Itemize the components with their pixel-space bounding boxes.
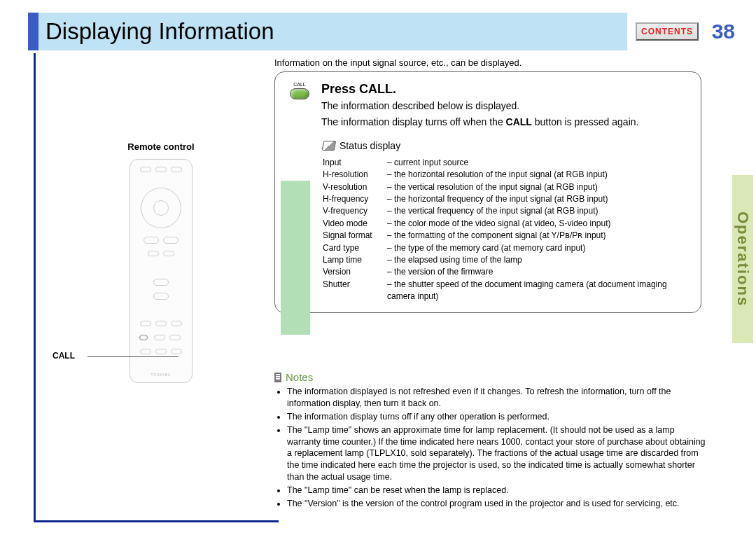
status-value: – the version of the firmware — [387, 266, 692, 278]
note-item: The information display turns off if any… — [287, 411, 708, 423]
status-row: Version– the version of the firmware — [323, 266, 692, 278]
status-value: – the elapsed using time of the lamp — [387, 254, 692, 266]
status-value: – the vertical resolution of the input s… — [387, 181, 692, 193]
page-number: 38 — [707, 20, 735, 43]
note-item: The "Version" is the version of the cont… — [287, 498, 708, 510]
intro-text: Information on the input signal source, … — [274, 57, 522, 68]
status-value: – current input source — [387, 157, 692, 169]
status-value: – the formatting of the component signal… — [387, 230, 692, 242]
instruction-panel: CALL Press CALL. The information describ… — [274, 71, 701, 313]
status-display-label: Status display — [340, 140, 400, 151]
status-value: – the color mode of the video signal (at… — [387, 218, 692, 230]
status-row: Signal format– the formatting of the com… — [323, 230, 692, 242]
status-key: V-frequency — [323, 205, 387, 217]
status-key: Lamp time — [323, 254, 387, 266]
status-table: Input– current input sourceH-resolution–… — [323, 157, 692, 303]
status-row: Lamp time– the elapsed using time of the… — [323, 254, 692, 266]
status-value: – the horizontal resolution of the input… — [387, 169, 692, 181]
contents-button[interactable]: CONTENTS — [636, 22, 699, 41]
status-display-row: Status display — [323, 140, 692, 151]
panel-accent — [281, 181, 310, 335]
note-item: The "Lamp time" shows an approximate tim… — [287, 424, 708, 483]
status-key: Card type — [323, 242, 387, 254]
status-row: Card type– the type of the memory card (… — [323, 242, 692, 254]
status-row: V-frequency– the vertical frequency of t… — [323, 205, 692, 217]
status-value: – the horizontal frequency of the input … — [387, 193, 692, 205]
status-value: – the vertical frequency of the input si… — [387, 205, 692, 217]
status-row: V-resolution– the vertical resolution of… — [323, 181, 692, 193]
call-button-graphic: CALL — [284, 82, 316, 99]
call-icon — [290, 88, 309, 99]
remote-logo: TOSHIBA — [151, 373, 172, 377]
notes-heading-row: Notes — [274, 371, 708, 383]
dpad-icon — [141, 188, 181, 228]
status-key: H-frequency — [323, 193, 387, 205]
panel-desc-1: The information described below is displ… — [321, 99, 692, 113]
status-value: – the type of the memory card (at memory… — [387, 242, 692, 254]
title-box: Displaying Information — [38, 13, 627, 50]
status-key: Signal format — [323, 230, 387, 242]
status-row: H-resolution– the horizontal resolution … — [323, 169, 692, 181]
status-row: Shutter– the shutter speed of the docume… — [323, 279, 692, 303]
call-icon-label: CALL — [293, 82, 306, 87]
notes-heading: Notes — [286, 371, 313, 383]
panel-desc-2: The information display turns off when t… — [321, 116, 692, 129]
status-value: – the shutter speed of the document imag… — [387, 279, 692, 303]
panel-heading: Press CALL. — [321, 82, 692, 97]
section-tab-label: Operations — [734, 211, 752, 307]
notes-icon — [274, 373, 281, 382]
remote-control-label: Remote control — [56, 141, 266, 152]
status-row: Video mode– the color mode of the video … — [323, 218, 692, 230]
call-button-icon — [139, 335, 148, 340]
status-row: Input– current input source — [323, 157, 692, 169]
status-key: Version — [323, 266, 387, 278]
section-tab-operations: Operations — [732, 175, 753, 343]
notes-list: The information displayed is not refresh… — [287, 386, 708, 510]
note-item: The "Lamp time" can be reset when the la… — [287, 485, 708, 496]
status-key: V-resolution — [323, 181, 387, 193]
screen-icon — [322, 141, 336, 151]
status-key: Video mode — [323, 218, 387, 230]
status-row: H-frequency– the horizontal frequency of… — [323, 193, 692, 205]
notes-section: Notes The information displayed is not r… — [274, 359, 708, 511]
page-header: Displaying Information CONTENTS 38 — [28, 13, 735, 50]
remote-body: TOSHIBA — [130, 159, 192, 383]
left-column: Remote control TOSHIBA CALL — [56, 141, 266, 386]
header-accent-bar — [28, 13, 38, 50]
note-item: The information displayed is not refresh… — [287, 386, 708, 410]
status-key: H-resolution — [323, 169, 387, 181]
content-area: Information on the input signal source, … — [42, 57, 728, 528]
remote-control-figure: TOSHIBA CALL — [130, 152, 192, 383]
status-key: Input — [323, 157, 387, 169]
callout-line — [88, 356, 178, 357]
status-key: Shutter — [323, 279, 387, 303]
call-callout-label: CALL — [52, 351, 75, 361]
page-title: Displaying Information — [46, 18, 274, 45]
